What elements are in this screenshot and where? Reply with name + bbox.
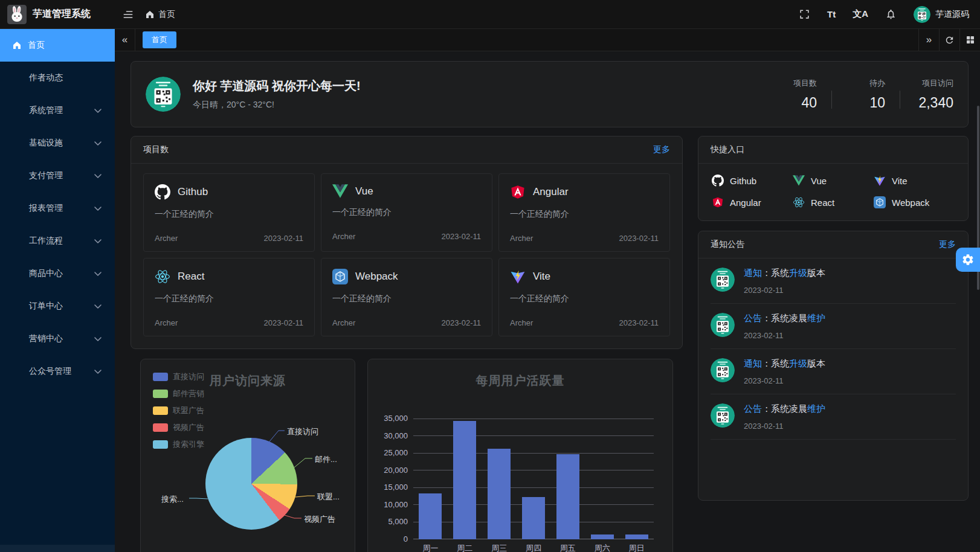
bar [591, 534, 614, 539]
sidebar-item-infra[interactable]: 基础设施 [0, 127, 115, 159]
notice-type-link[interactable]: 公告 [744, 403, 762, 414]
shortcut-label: Vue [811, 176, 827, 186]
bar-slot [550, 419, 585, 539]
tabs-scroll-right-icon[interactable]: » [918, 29, 939, 51]
notification-bell-icon[interactable] [885, 8, 897, 20]
sidebar-item-author-news[interactable]: 作者动态 [0, 62, 115, 94]
tabs-scroll-left-icon[interactable]: « [115, 29, 135, 51]
breadcrumb[interactable]: 首页 [145, 9, 175, 20]
vite-icon [874, 175, 886, 187]
notices-card-header: 通知公告 更多 [698, 231, 968, 258]
stat-value: 40 [778, 95, 817, 111]
notice-keyword-link[interactable]: 升级 [789, 358, 807, 368]
content-columns: 项目数 更多 Github 一个正经的简介 Archer 2023-02-11 [131, 136, 969, 552]
menu-fold-icon[interactable] [122, 8, 134, 21]
refresh-icon[interactable] [939, 29, 959, 51]
github-icon [712, 175, 724, 187]
project-author: Archer [155, 318, 178, 327]
font-size-icon[interactable]: Tt [827, 9, 836, 19]
language-icon[interactable]: 文A [853, 8, 868, 20]
sidebar-item-report[interactable]: 报表管理 [0, 192, 115, 225]
x-axis-tick: 周六 [585, 543, 619, 552]
angular-icon [712, 196, 724, 208]
project-tile-github[interactable]: Github 一个正经的简介 Archer 2023-02-11 [143, 173, 315, 252]
legend-swatch [153, 406, 168, 415]
sidebar-item-workflow[interactable]: 工作流程 [0, 225, 115, 257]
user-avatar [914, 6, 930, 23]
charts-row: 用户访问来源 直接访问 邮件营销 [131, 359, 683, 552]
sidebar-item-pay[interactable]: 支付管理 [0, 159, 115, 192]
bar-slot [413, 419, 448, 539]
sidebar-item-system[interactable]: 系统管理 [0, 94, 115, 127]
y-axis-tick: 35,000 [368, 414, 408, 423]
bar [419, 493, 442, 539]
shortcut-vite[interactable]: Vite [874, 175, 955, 187]
notice-text: 通知：系统升级版本 [744, 358, 825, 370]
legend-item[interactable]: 联盟广告 [153, 405, 204, 416]
y-axis-tick: 20,000 [368, 466, 408, 475]
layout-grid-icon[interactable] [959, 29, 980, 51]
notice-type-link[interactable]: 通知 [744, 358, 762, 368]
home-icon [145, 10, 155, 19]
bar-slot [619, 419, 654, 539]
shortcut-webpack[interactable]: Webpack [874, 196, 955, 208]
notice-keyword-link[interactable]: 维护 [807, 403, 825, 414]
user-menu[interactable]: 芋道源码 [914, 6, 969, 23]
sidebar-collapse-strip[interactable] [0, 545, 115, 552]
notice-keyword-link[interactable]: 维护 [807, 313, 825, 323]
x-axis-tick: 周二 [448, 543, 482, 552]
projects-card: 项目数 更多 Github 一个正经的简介 Archer 2023-02-11 [131, 136, 683, 349]
app-root: 芋道管理系统 首页 Tt 文A 芋道源码 首页 [0, 0, 980, 552]
project-desc: 一个正经的简介 [155, 294, 303, 304]
project-tile-react[interactable]: React 一个正经的简介 Archer 2023-02-11 [143, 258, 315, 336]
projects-more-link[interactable]: 更多 [653, 144, 670, 155]
projects-grid: Github 一个正经的简介 Archer 2023-02-11 Vue 一个正… [131, 164, 682, 348]
shortcut-vue[interactable]: Vue [793, 175, 874, 187]
notice-type-link[interactable]: 公告 [744, 313, 762, 323]
brand: 芋道管理系统 [0, 5, 115, 24]
notice-date: 2023-02-11 [744, 376, 825, 385]
project-tile-vite[interactable]: Vite 一个正经的简介 Archer 2023-02-11 [498, 258, 670, 336]
notice-text: 公告：系统凌晨维护 [744, 403, 825, 415]
notices-more-link[interactable]: 更多 [939, 239, 956, 250]
sidebar-item-marketing[interactable]: 营销中心 [0, 323, 115, 355]
pie-label: 搜索... [161, 494, 184, 505]
sidebar-item-wechat-mp[interactable]: 公众号管理 [0, 355, 115, 388]
shortcuts-card-header: 快捷入口 [698, 136, 968, 164]
project-tile-webpack[interactable]: Webpack 一个正经的简介 Archer 2023-02-11 [321, 258, 492, 336]
shortcut-angular[interactable]: Angular [712, 196, 793, 208]
shortcut-github[interactable]: Github [712, 175, 793, 187]
bar-chart-card: 每周用户活跃量 35,00030,00025,00020,00015,00010… [367, 359, 673, 552]
bar-y-axis-labels: 35,00030,00025,00020,00015,00010,0005,00… [368, 414, 408, 544]
notice-type-link[interactable]: 通知 [744, 268, 762, 278]
angular-icon [510, 184, 526, 200]
notice-item[interactable]: 公告：系统凌晨维护 2023-02-11 [711, 304, 956, 349]
bar-slot [585, 419, 619, 539]
notice-keyword-link[interactable]: 升级 [789, 268, 807, 278]
sidebar-item-home[interactable]: 首页 [0, 29, 115, 62]
project-tile-angular[interactable]: Angular 一个正经的简介 Archer 2023-02-11 [498, 173, 670, 252]
tab-home[interactable]: 首页 [143, 31, 176, 48]
rabbit-logo [7, 5, 27, 24]
sidebar-item-product[interactable]: 商品中心 [0, 257, 115, 290]
legend-item[interactable]: 邮件营销 [153, 388, 204, 399]
shell: 首页 作者动态 系统管理 基础设施 支付管理 报表管理 工作流程 [0, 29, 980, 552]
legend-item[interactable]: 搜索引擎 [153, 439, 204, 450]
fullscreen-icon[interactable] [799, 8, 810, 20]
sidebar-item-order[interactable]: 订单中心 [0, 290, 115, 323]
notice-item[interactable]: 通知：系统升级版本 2023-02-11 [711, 349, 956, 394]
pie-disc[interactable] [205, 438, 297, 530]
bar-plot [413, 419, 654, 539]
project-tile-vue[interactable]: Vue 一个正经的简介 Archer 2023-02-11 [321, 173, 492, 252]
notice-item[interactable]: 公告：系统凌晨维护 2023-02-11 [711, 394, 956, 440]
legend-item[interactable]: 直接访问 [153, 371, 204, 382]
legend-item[interactable]: 视频广告 [153, 422, 204, 433]
shortcut-react[interactable]: React [793, 196, 874, 208]
project-author: Archer [155, 234, 178, 243]
profile-avatar [146, 77, 181, 112]
bar-slot [517, 419, 551, 539]
notice-item[interactable]: 通知：系统升级版本 2023-02-11 [711, 258, 956, 304]
settings-gear-button[interactable] [956, 248, 980, 272]
x-axis-tick: 周日 [619, 543, 654, 552]
stat-label: 项目访问 [915, 78, 953, 89]
